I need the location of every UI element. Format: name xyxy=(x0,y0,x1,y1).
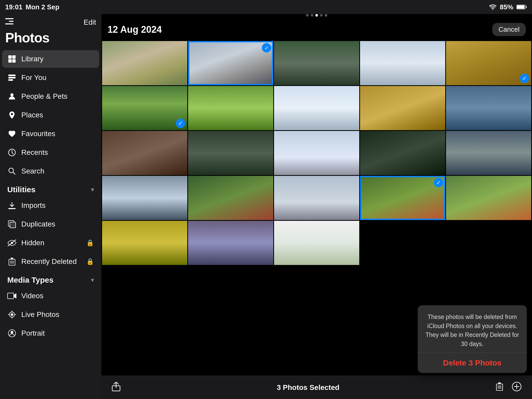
sidebar-item-imports[interactable]: Imports xyxy=(2,197,99,214)
check-circle-19: ✓ xyxy=(434,178,443,187)
search-icon xyxy=(7,167,17,176)
selected-overlay-19 xyxy=(360,176,445,220)
sidebar-item-foryou[interactable]: For You xyxy=(2,69,99,87)
svg-rect-8 xyxy=(8,59,12,63)
content-area: 12 Aug 2024 Cancel ✓ ✓ ✓ xyxy=(101,14,532,399)
sidebar-item-portrait[interactable]: Portrait xyxy=(2,324,99,342)
dot-2 xyxy=(311,14,313,17)
share-button[interactable] xyxy=(112,382,121,393)
location-icon xyxy=(7,110,17,120)
photo-cell-22[interactable] xyxy=(188,221,273,265)
sidebar-item-foryou-label: For You xyxy=(21,74,94,82)
sidebar-item-favourites[interactable]: Favourites xyxy=(2,125,99,143)
sidebar-item-livephotos-label: Live Photos xyxy=(21,310,94,319)
sidebar-item-places[interactable]: Places xyxy=(2,106,99,124)
sidebar-item-livephotos[interactable]: Live Photos xyxy=(2,306,99,323)
photo-cell-11[interactable] xyxy=(102,131,187,175)
sidebar-item-duplicates-label: Duplicates xyxy=(21,220,94,228)
photo-cell-18[interactable] xyxy=(274,176,359,220)
sidebar-item-library[interactable]: Library xyxy=(2,50,99,68)
photo-cell-5[interactable]: ✓ xyxy=(446,41,531,85)
sidebar-title: Photos xyxy=(0,29,101,50)
clock-icon xyxy=(7,148,17,157)
photo-cell-3[interactable] xyxy=(274,41,359,85)
photo-cell-16[interactable] xyxy=(102,176,187,220)
photo-cell-1[interactable] xyxy=(102,41,187,85)
svg-rect-1 xyxy=(517,5,525,9)
delete-photos-button[interactable]: Delete 3 Photos xyxy=(418,353,527,373)
sidebar-toggle-button[interactable] xyxy=(5,18,14,27)
photo-cell-6[interactable]: ✓ xyxy=(102,86,187,130)
svg-rect-7 xyxy=(12,55,16,59)
sidebar-item-favourites-label: Favourites xyxy=(21,130,94,138)
sidebar-item-peoplepets-label: People & Pets xyxy=(21,92,94,101)
dot-1 xyxy=(306,14,309,17)
status-right: 85% xyxy=(489,3,527,11)
svg-rect-10 xyxy=(8,75,16,76)
selected-overlay-2 xyxy=(188,41,273,85)
sidebar-item-hidden[interactable]: Hidden 🔒 xyxy=(2,234,99,252)
photo-cell-8[interactable] xyxy=(274,86,359,130)
recently-deleted-lock-icon: 🔒 xyxy=(86,258,94,265)
utilities-label: Utilities xyxy=(7,185,35,194)
svg-point-28 xyxy=(11,331,13,334)
selection-count: 3 Photos Selected xyxy=(277,383,339,392)
livephoto-icon xyxy=(7,310,17,319)
sidebar: Edit Photos Library xyxy=(0,14,101,399)
photo-cell-14[interactable] xyxy=(360,131,445,175)
delete-popup-message: These photos will be deleted from iCloud… xyxy=(418,305,527,353)
person-icon xyxy=(7,92,17,101)
date: Mon 2 Sep xyxy=(26,3,59,11)
photo-cell-12[interactable] xyxy=(188,131,273,175)
dot-5 xyxy=(325,14,327,17)
svg-rect-3 xyxy=(5,18,14,19)
sidebar-item-recently-deleted[interactable]: Recently Deleted 🔒 xyxy=(2,253,99,270)
media-types-expand-button[interactable]: ▾ xyxy=(91,276,94,284)
sidebar-header: Edit xyxy=(0,14,101,29)
photo-cell-4[interactable] xyxy=(360,41,445,85)
svg-rect-16 xyxy=(8,208,16,209)
media-types-section-header: Media Types ▾ xyxy=(0,271,101,287)
add-to-button[interactable] xyxy=(512,382,522,393)
sidebar-item-imports-label: Imports xyxy=(21,201,94,210)
photo-cell-17[interactable] xyxy=(188,176,273,220)
svg-point-13 xyxy=(10,93,14,96)
svg-rect-18 xyxy=(10,222,16,228)
photo-cell-2[interactable]: ✓ xyxy=(188,41,273,85)
photo-cell-7[interactable] xyxy=(188,86,273,130)
sidebar-item-peoplepets[interactable]: People & Pets xyxy=(2,88,99,105)
cancel-button[interactable]: Cancel xyxy=(492,23,526,36)
check-circle-2: ✓ xyxy=(262,43,271,52)
sidebar-item-recents[interactable]: Recents xyxy=(2,144,99,161)
sidebar-item-videos-label: Videos xyxy=(21,292,94,300)
portrait-icon xyxy=(7,329,17,338)
photo-cell-20[interactable] xyxy=(446,176,531,220)
sidebar-nav: Library For You xyxy=(0,50,101,343)
wifi-icon xyxy=(489,4,497,10)
media-types-label: Media Types xyxy=(7,276,54,284)
photo-cell-23[interactable] xyxy=(274,221,359,265)
edit-button[interactable]: Edit xyxy=(84,18,96,26)
main-layout: Edit Photos Library xyxy=(0,14,532,399)
utilities-expand-button[interactable]: ▾ xyxy=(91,186,94,193)
photo-cell-13[interactable] xyxy=(274,131,359,175)
download-icon xyxy=(7,201,17,210)
battery-icon xyxy=(516,4,527,10)
check-circle-6: ✓ xyxy=(176,119,185,128)
svg-rect-2 xyxy=(526,6,527,8)
sidebar-item-videos[interactable]: Videos xyxy=(2,287,99,305)
photo-cell-19[interactable]: ✓ xyxy=(360,176,445,220)
time: 19:01 xyxy=(5,3,23,11)
sidebar-item-search[interactable]: Search xyxy=(2,162,99,180)
svg-rect-4 xyxy=(9,21,14,22)
utilities-section-header: Utilities ▾ xyxy=(0,181,101,196)
photo-cell-15[interactable] xyxy=(446,131,531,175)
sidebar-item-duplicates[interactable]: Duplicates xyxy=(2,215,99,233)
sidebar-item-places-label: Places xyxy=(21,111,94,119)
bottom-bar: 3 Photos Selected xyxy=(101,376,532,399)
sidebar-item-recently-deleted-label: Recently Deleted xyxy=(21,257,82,266)
photo-cell-10[interactable] xyxy=(446,86,531,130)
photo-cell-21[interactable] xyxy=(102,221,187,265)
photo-cell-9[interactable] xyxy=(360,86,445,130)
delete-button[interactable] xyxy=(496,382,503,393)
